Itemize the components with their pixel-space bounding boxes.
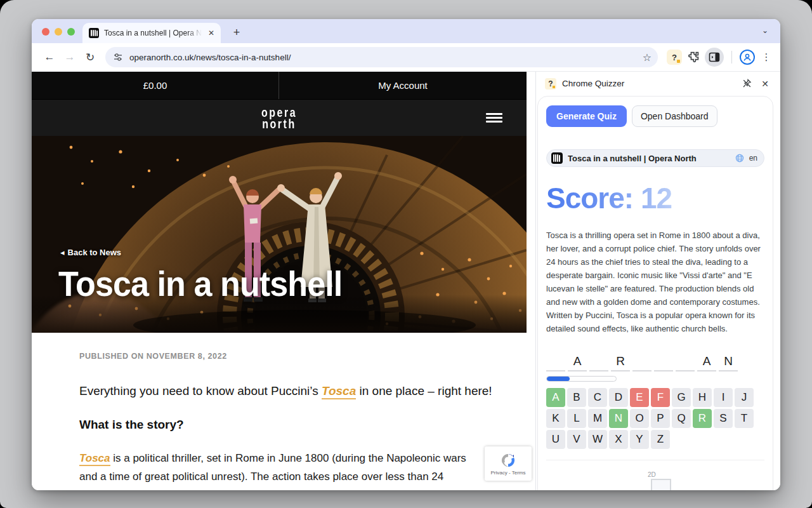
reload-button[interactable]: ↻ — [81, 48, 99, 66]
quizzer-extension-icon[interactable]: ? — [667, 50, 682, 65]
progress-bar — [546, 376, 617, 382]
side-panel-toggle[interactable] — [705, 48, 724, 67]
word-slots: ARAN — [546, 353, 764, 371]
letter-slot — [632, 353, 652, 371]
side-panel-icon — [709, 51, 720, 63]
letter-key-h[interactable]: H — [693, 388, 712, 407]
letter-key-d[interactable]: D — [609, 388, 628, 407]
letter-key-i[interactable]: I — [714, 388, 733, 407]
letter-key-c[interactable]: C — [588, 388, 607, 407]
side-panel-title: Chrome Quizzer — [562, 79, 735, 88]
letter-key-v[interactable]: V — [567, 430, 586, 449]
minimize-window-button[interactable] — [55, 28, 62, 36]
chart-bar-label: 2D — [648, 471, 656, 478]
tosca-link[interactable]: Tosca — [79, 452, 110, 466]
new-tab-button[interactable]: + — [228, 25, 245, 41]
letter-key-m[interactable]: M — [588, 409, 607, 428]
letter-key-e[interactable]: E — [630, 388, 649, 407]
globe-icon — [735, 154, 744, 163]
letter-slot — [676, 353, 695, 371]
published-date: PUBLISHED ON NOVEMBER 8, 2022 — [79, 352, 527, 361]
address-bar[interactable]: operanorth.co.uk/news/tosca-in-a-nutshel… — [105, 47, 658, 67]
letter-slot — [654, 353, 673, 371]
maximize-window-button[interactable] — [67, 28, 75, 36]
site-utility-bar: £0.00 My Account — [32, 72, 527, 100]
tab-close-icon[interactable]: ✕ — [207, 29, 216, 37]
recaptcha-badge[interactable]: Privacy - Terms — [485, 446, 532, 481]
letter-key-r[interactable]: R — [693, 409, 712, 428]
letter-keyboard: ABCDEFGHIJKLMNOPQRSTUVWXYZ — [546, 388, 764, 449]
hamburger-menu-icon[interactable] — [486, 113, 502, 123]
opera-north-favicon — [551, 152, 563, 164]
site-nav-bar: operanorth — [32, 100, 527, 136]
my-account-link[interactable]: My Account — [279, 72, 527, 99]
bookmark-star-icon[interactable]: ☆ — [643, 51, 652, 64]
article-body: PUBLISHED ON NOVEMBER 8, 2022 Everything… — [32, 333, 527, 490]
letter-slot — [546, 353, 565, 371]
letter-key-p[interactable]: P — [651, 409, 670, 428]
hero-image: ◂ Back to News Tosca in a nutshell — [32, 136, 527, 333]
letter-key-f[interactable]: F — [651, 388, 670, 407]
letter-key-s[interactable]: S — [714, 409, 733, 428]
page-chip[interactable]: Tosca in a nutshell | Opera North en — [546, 149, 764, 167]
toolbar-divider — [731, 51, 732, 64]
browser-window: Tosca in a nutshell | Opera No ✕ + ⌄ ← →… — [32, 19, 780, 490]
web-content: £0.00 My Account operanorth — [32, 72, 535, 490]
open-dashboard-button[interactable]: Open Dashboard — [632, 105, 717, 127]
opera-north-favicon — [89, 28, 99, 38]
letter-key-b[interactable]: B — [567, 388, 586, 407]
letter-key-n[interactable]: N — [609, 409, 628, 428]
close-window-button[interactable] — [42, 28, 49, 36]
forward-button[interactable]: → — [61, 48, 79, 66]
letter-slot: A — [697, 353, 716, 371]
tab-search-chevron-icon[interactable]: ⌄ — [759, 25, 771, 37]
letter-key-k[interactable]: K — [546, 409, 565, 428]
chrome-quizzer-panel: ? Chrome Quizzer ✕ Generate Quiz Open Da… — [535, 72, 780, 490]
tosca-link[interactable]: Tosca — [322, 384, 356, 399]
letter-slot: A — [568, 353, 587, 371]
article-paragraph: Tosca is a political thriller, set in Ro… — [79, 449, 466, 490]
close-panel-icon[interactable]: ✕ — [759, 77, 771, 90]
letter-key-q[interactable]: Q — [672, 409, 691, 428]
opera-north-logo[interactable]: operanorth — [261, 106, 297, 130]
letter-key-w[interactable]: W — [588, 430, 607, 449]
basket-total[interactable]: £0.00 — [32, 72, 279, 99]
window-controls — [42, 28, 75, 36]
recaptcha-icon — [500, 452, 516, 469]
letter-key-a[interactable]: A — [546, 388, 565, 407]
chart-area: 2D — [546, 460, 764, 490]
unpin-icon[interactable] — [740, 77, 753, 90]
letter-slot: N — [719, 353, 738, 371]
letter-key-t[interactable]: T — [735, 409, 754, 428]
language-badge: en — [749, 154, 757, 163]
browser-toolbar: ← → ↻ operanorth.co.uk/news/tosca-in-a-n… — [32, 43, 780, 72]
quizzer-extension-icon: ? — [545, 78, 556, 90]
letter-key-x[interactable]: X — [609, 430, 628, 449]
url-text[interactable]: operanorth.co.uk/news/tosca-in-a-nutshel… — [129, 53, 636, 62]
site-settings-icon[interactable] — [113, 52, 123, 62]
back-arrow-icon: ◂ — [60, 248, 65, 257]
letter-key-g[interactable]: G — [672, 388, 691, 407]
tab-strip: Tosca in a nutshell | Opera No ✕ + ⌄ — [32, 19, 780, 43]
back-to-news-link[interactable]: ◂ Back to News — [60, 248, 121, 257]
progress-fill — [547, 377, 570, 381]
letter-slot — [589, 353, 608, 371]
profile-avatar[interactable] — [740, 50, 755, 65]
letter-key-y[interactable]: Y — [630, 430, 649, 449]
letter-key-o[interactable]: O — [630, 409, 649, 428]
letter-key-j[interactable]: J — [735, 388, 754, 407]
extensions-puzzle-icon[interactable] — [687, 50, 701, 64]
letter-key-u[interactable]: U — [546, 430, 565, 449]
side-panel-header: ? Chrome Quizzer ✕ — [536, 72, 780, 95]
letter-key-l[interactable]: L — [567, 409, 586, 428]
letter-key-z[interactable]: Z — [651, 430, 670, 449]
back-button[interactable]: ← — [41, 48, 58, 66]
person-icon — [743, 53, 752, 62]
article-intro: Everything you need to know about Puccin… — [79, 384, 527, 398]
browser-menu-icon[interactable]: ⋮ — [759, 50, 774, 65]
score-display: Score: 12 — [546, 181, 672, 215]
tab-title: Tosca in a nutshell | Opera No — [104, 29, 202, 37]
generate-quiz-button[interactable]: Generate Quiz — [546, 105, 627, 127]
browser-tab[interactable]: Tosca in a nutshell | Opera No ✕ — [82, 23, 221, 43]
chip-page-title: Tosca in a nutshell | Opera North — [568, 154, 730, 163]
